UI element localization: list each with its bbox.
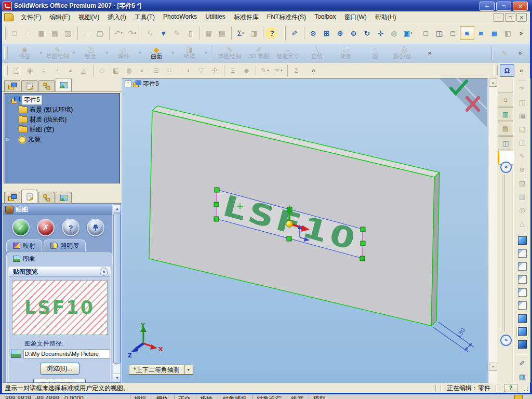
mdi-close-button[interactable]: ✕ [516, 13, 527, 22]
decal-handle[interactable] [215, 188, 219, 192]
view-bottom-icon[interactable] [518, 301, 527, 310]
pan-icon[interactable]: ✛ [374, 26, 388, 39]
datum-feature-icon[interactable]: ▤ [516, 124, 528, 134]
decal-handle[interactable] [360, 256, 365, 261]
toolbar-grip[interactable] [4, 46, 8, 60]
sketch-3d-button[interactable]: ✐3D 草图 [244, 44, 273, 62]
decal-handle[interactable] [214, 202, 219, 207]
toolbar-grip[interactable] [4, 26, 6, 40]
decal-handle[interactable] [361, 227, 365, 232]
toolbar-grip[interactable] [284, 26, 286, 40]
scroll-down-icon[interactable]: ▾ [489, 363, 497, 371]
tree-item[interactable]: 材质 (抛光铝) [4, 115, 119, 125]
new-icon[interactable]: □ [8, 26, 21, 39]
select-tool-icon[interactable]: ✐ [288, 26, 302, 39]
decal-handle[interactable] [287, 236, 291, 241]
sheet-metal-command[interactable]: ◳钣金 [76, 44, 105, 62]
view-right-icon[interactable] [518, 275, 527, 284]
browse-button[interactable]: 浏览(B)... [40, 363, 79, 375]
ok-button[interactable]: ✓ [12, 219, 30, 236]
command-more-chevron[interactable]: » [423, 47, 436, 60]
centerpoint-arc-button[interactable]: ◎圆心/起... [390, 44, 419, 62]
menu-item[interactable]: PhotoWorks [159, 12, 201, 23]
block-icon[interactable]: ▥ [516, 191, 528, 202]
mdi-minimize-button[interactable]: ─ [494, 13, 504, 22]
linear-pattern-icon[interactable]: ⊟ [224, 65, 240, 76]
undo-icon[interactable]: ↶▾ [109, 26, 125, 39]
status-toggle-button[interactable]: 正交 [174, 395, 194, 399]
design-table-icon[interactable]: ▦ [200, 26, 216, 39]
swept-boss-icon[interactable]: ◔ [50, 65, 64, 76]
task-pane-scroll-strip[interactable]: ▴ ▾ [488, 78, 498, 383]
mirror-icon[interactable]: ✎▾ [256, 65, 272, 76]
property-manager-tab[interactable] [21, 190, 37, 203]
extruded-boss-icon[interactable]: ◉ [23, 65, 37, 76]
appearance-icon[interactable]: ▯ [184, 26, 197, 39]
help-icon[interactable]: ? [263, 26, 279, 39]
flyout-expand-icon[interactable]: + [125, 81, 131, 87]
view-orientation-icon[interactable]: ▣▾ [401, 26, 415, 39]
sketch-command[interactable]: ✎草图绘制 [43, 44, 72, 62]
render-manager-tab[interactable] [56, 192, 72, 203]
view-left-icon[interactable] [518, 262, 527, 271]
revolved-cut-icon[interactable]: ◇ [93, 65, 109, 76]
tab-illumination[interactable]: 照明度 [44, 240, 86, 251]
tree-item[interactable]: ▷ 光源 [4, 135, 119, 144]
shell-icon[interactable]: ◑ [179, 65, 195, 76]
extruded-cut-icon[interactable]: △ [77, 65, 91, 76]
weld-symbol-icon[interactable]: ◳ [516, 137, 528, 148]
revision-symbol-icon[interactable]: △ [516, 218, 528, 229]
features-command[interactable]: ◉特征 [10, 44, 39, 62]
view-orientation-button[interactable]: *上下二等角轴测 ▾ [129, 365, 193, 375]
view-back-icon[interactable] [518, 249, 527, 258]
curves-icon[interactable]: Σ [287, 65, 303, 76]
normal-to-icon[interactable]: ✐ [516, 358, 528, 368]
status-toggle-button[interactable]: 捕捉 [130, 395, 150, 399]
make-drawing-icon[interactable]: ▤ [48, 26, 62, 39]
image-path-input[interactable] [23, 349, 110, 358]
status-toggle-button[interactable]: 对象捕捉 [218, 395, 250, 399]
surface-finish-icon[interactable]: ◫ [516, 97, 528, 107]
feature-manager-tab[interactable] [4, 80, 20, 91]
pin-button[interactable] [87, 219, 104, 236]
manipulator-origin-ball[interactable] [286, 221, 293, 228]
smart-dimension-button[interactable]: ↔智能尺寸 [273, 44, 302, 62]
dowel-symbol-icon[interactable]: ◎ [516, 205, 528, 215]
menu-item[interactable]: 插入(I) [103, 12, 130, 23]
cancel-button[interactable]: ✗ [37, 219, 55, 236]
collapse-chevron-icon[interactable]: ∧ [100, 268, 108, 276]
scroll-down-icon[interactable]: ▾ [113, 374, 121, 382]
rotate-about-scene-icon[interactable]: ◍ [388, 26, 401, 39]
menu-item[interactable]: 文件(F) [17, 12, 45, 23]
wireframe-icon[interactable]: □ [417, 26, 433, 39]
make-assembly-icon[interactable]: ▧ [62, 26, 75, 39]
selection-filter-icon[interactable]: ▼ [157, 26, 170, 39]
tree-item[interactable]: 布景 (默认环境) [4, 105, 119, 115]
swept-cut-icon[interactable]: ◧ [109, 65, 123, 76]
document-menu-icon[interactable] [4, 13, 14, 21]
tree-item[interactable]: 贴图 (空) [4, 125, 119, 135]
decal-handle[interactable] [361, 241, 365, 246]
feature-manager-tab[interactable] [4, 192, 20, 203]
center-mark-icon[interactable]: ⊕ [516, 164, 528, 175]
weldments-command[interactable]: ◇焊件 [109, 44, 138, 62]
measure-icon[interactable]: Σ▾ [231, 26, 247, 39]
sketch-button[interactable]: ✎草图绘制 [215, 44, 244, 62]
viewport-layout-icon[interactable]: ▦ [516, 371, 528, 382]
tree-root-label[interactable]: 零件5 [22, 95, 42, 105]
sketch-icon[interactable]: ◰ [10, 65, 23, 76]
title-bar[interactable]: SolidWorks Office Premium 2007 - [零件5 *]… [0, 0, 532, 11]
maximize-button[interactable]: □ [496, 2, 511, 11]
hidden-lines-removed-icon[interactable]: □ [446, 26, 460, 39]
scrollbar-thumb[interactable] [113, 213, 121, 364]
tree-expander[interactable]: ▷ [4, 137, 11, 142]
features-tail-chevron[interactable]: » [514, 65, 528, 76]
lofted-cut-icon[interactable]: ◍ [123, 65, 136, 76]
zoom-to-selection-icon[interactable]: ⊜ [347, 26, 361, 39]
task-pane-splitter[interactable] [502, 175, 505, 331]
decal-handle[interactable] [214, 217, 219, 221]
status-toggle-button[interactable]: 对象追踪 [252, 395, 285, 399]
save-decal-button[interactable]: 保存贴图(D)... [33, 379, 86, 383]
fnt-standard-icon[interactable]: Ω [500, 64, 514, 77]
shaded-with-edges-icon[interactable]: ■ [460, 26, 474, 40]
